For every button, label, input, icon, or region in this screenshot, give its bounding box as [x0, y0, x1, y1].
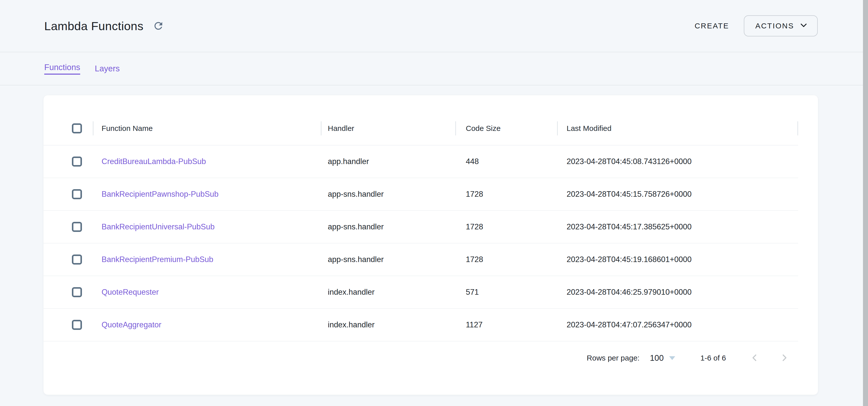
last-modified-cell: 2023-04-28T04:45:15.758726+0000 — [557, 178, 798, 210]
row-checkbox-cell — [43, 178, 93, 210]
function-name-link[interactable]: QuoteRequester — [101, 287, 159, 297]
row-checkbox-cell — [43, 309, 93, 341]
pagination-range: 1-6 of 6 — [700, 354, 726, 362]
column-header-code-size: Code Size — [455, 112, 557, 145]
row-checkbox[interactable] — [72, 189, 82, 199]
select-all-checkbox[interactable] — [72, 123, 82, 133]
handler-cell: index.handler — [321, 309, 455, 341]
refresh-icon[interactable] — [153, 20, 164, 32]
rows-per-page-label: Rows per page: — [587, 354, 640, 362]
table-row: BankRecipientPawnshop-PubSubapp-sns.hand… — [43, 178, 798, 211]
row-checkbox[interactable] — [72, 222, 82, 232]
function-name-link[interactable]: BankRecipientUniversal-PubSub — [101, 222, 215, 231]
page-title: Lambda Functions — [44, 19, 144, 33]
functions-table-card: Function Name Handler Code Size Last Mod… — [43, 95, 818, 395]
table-row: BankRecipientUniversal-PubSubapp-sns.han… — [43, 211, 798, 243]
last-modified-cell: 2023-04-28T04:45:08.743126+0000 — [557, 145, 798, 178]
previous-page-button[interactable] — [749, 352, 760, 364]
column-header-handler: Handler — [321, 112, 455, 145]
tabs-bar: Functions Layers — [0, 52, 868, 86]
create-button[interactable]: CREATE — [694, 22, 729, 30]
row-checkbox[interactable] — [72, 157, 82, 167]
table-header-row: Function Name Handler Code Size Last Mod… — [43, 112, 798, 145]
handler-cell: app-sns.handler — [321, 243, 455, 276]
chevron-right-icon — [779, 352, 790, 364]
function-name-link[interactable]: QuoteAggregator — [101, 320, 161, 329]
row-checkbox[interactable] — [72, 255, 82, 265]
function-name-link[interactable]: CreditBureauLambda-PubSub — [101, 157, 206, 166]
handler-cell: index.handler — [321, 276, 455, 308]
rows-per-page-select[interactable]: 100 — [650, 353, 675, 363]
header-checkbox-cell — [43, 112, 93, 145]
table-row: QuoteAggregatorindex.handler11272023-04-… — [43, 309, 798, 341]
code-size-cell: 571 — [455, 276, 557, 308]
chevron-left-icon — [749, 352, 760, 364]
handler-cell: app.handler — [321, 145, 455, 178]
table-row: BankRecipientPremium-PubSubapp-sns.handl… — [43, 243, 798, 276]
handler-cell: app-sns.handler — [321, 211, 455, 243]
table-row: QuoteRequesterindex.handler5712023-04-28… — [43, 276, 798, 309]
function-name-link[interactable]: BankRecipientPremium-PubSub — [101, 255, 213, 264]
row-checkbox-cell — [43, 145, 93, 178]
last-modified-cell: 2023-04-28T04:47:07.256347+0000 — [557, 309, 798, 341]
chevron-down-icon — [799, 20, 809, 32]
actions-button[interactable]: ACTIONS — [744, 15, 818, 36]
row-checkbox[interactable] — [72, 287, 82, 297]
function-name-link[interactable]: BankRecipientPawnshop-PubSub — [101, 190, 218, 199]
rows-per-page-value: 100 — [650, 353, 663, 363]
code-size-cell: 1127 — [455, 309, 557, 341]
row-checkbox[interactable] — [72, 320, 82, 330]
table-row: CreditBureauLambda-PubSubapp.handler4482… — [43, 145, 798, 178]
vertical-scrollbar[interactable] — [863, 0, 868, 406]
app-header: Lambda Functions CREATE ACTIONS — [0, 0, 868, 52]
row-checkbox-cell — [43, 243, 93, 276]
handler-cell: app-sns.handler — [321, 178, 455, 210]
tab-functions[interactable]: Functions — [44, 63, 80, 75]
tab-layers[interactable]: Layers — [95, 64, 120, 73]
row-checkbox-cell — [43, 211, 93, 243]
code-size-cell: 448 — [455, 145, 557, 178]
last-modified-cell: 2023-04-28T04:45:19.168601+0000 — [557, 243, 798, 276]
column-header-last-modified: Last Modified — [557, 112, 798, 145]
column-header-function-name: Function Name — [93, 112, 321, 145]
row-checkbox-cell — [43, 276, 93, 308]
last-modified-cell: 2023-04-28T04:45:17.385625+0000 — [557, 211, 798, 243]
code-size-cell: 1728 — [455, 243, 557, 276]
actions-button-label: ACTIONS — [755, 22, 794, 30]
table-body: CreditBureauLambda-PubSubapp.handler4482… — [43, 145, 818, 341]
pagination-bar: Rows per page: 100 1-6 of 6 — [43, 341, 818, 375]
last-modified-cell: 2023-04-28T04:46:25.979010+0000 — [557, 276, 798, 308]
select-arrow-icon — [669, 356, 675, 360]
code-size-cell: 1728 — [455, 178, 557, 210]
code-size-cell: 1728 — [455, 211, 557, 243]
next-page-button[interactable] — [779, 352, 790, 364]
